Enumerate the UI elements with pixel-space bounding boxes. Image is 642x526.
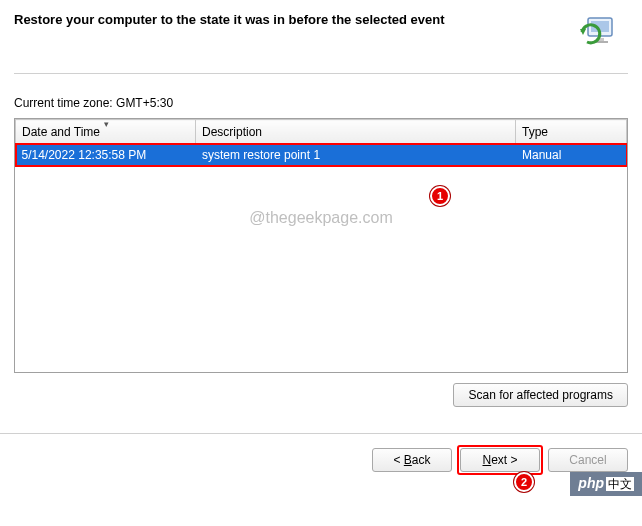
- svg-marker-4: [580, 29, 586, 35]
- next-button[interactable]: Next >: [460, 448, 540, 472]
- php-watermark-cn: 中文: [606, 477, 634, 491]
- table-row[interactable]: [16, 206, 627, 226]
- table-row[interactable]: [16, 266, 627, 286]
- wizard-header: Restore your computer to the state it wa…: [0, 0, 642, 65]
- annotation-badge-2: 2: [514, 472, 534, 492]
- php-watermark-php: php: [578, 475, 604, 491]
- scan-button-label: Scan for affected programs: [468, 388, 613, 402]
- column-header-date[interactable]: Date and Time ▾: [16, 120, 196, 144]
- back-button-label: < Back: [393, 453, 430, 467]
- table-row[interactable]: [16, 306, 627, 326]
- column-header-date-label: Date and Time: [22, 125, 100, 139]
- sort-indicator-icon: ▾: [104, 119, 109, 129]
- cancel-button-label: Cancel: [569, 453, 606, 467]
- next-button-label: Next >: [482, 453, 517, 467]
- table-row[interactable]: [16, 246, 627, 266]
- system-restore-icon: [578, 12, 622, 55]
- scan-affected-programs-button[interactable]: Scan for affected programs: [453, 383, 628, 407]
- cell-date: 5/14/2022 12:35:58 PM: [16, 144, 196, 167]
- timezone-label: Current time zone: GMT+5:30: [14, 96, 628, 110]
- table-row[interactable]: [16, 226, 627, 246]
- column-header-description-label: Description: [202, 125, 262, 139]
- cell-description: system restore point 1: [196, 144, 516, 167]
- table-row[interactable]: [16, 186, 627, 206]
- wizard-footer: < Back Next > Cancel: [0, 434, 642, 472]
- table-header-row: Date and Time ▾ Description Type: [16, 120, 627, 144]
- page-title: Restore your computer to the state it wa…: [14, 12, 445, 27]
- table-row[interactable]: 5/14/2022 12:35:58 PM system restore poi…: [16, 144, 627, 167]
- column-header-type[interactable]: Type: [516, 120, 627, 144]
- php-watermark: php中文: [570, 472, 642, 496]
- table-row[interactable]: [16, 166, 627, 186]
- column-header-description[interactable]: Description: [196, 120, 516, 144]
- back-button[interactable]: < Back: [372, 448, 452, 472]
- cell-type: Manual: [516, 144, 627, 167]
- table-row[interactable]: [16, 286, 627, 306]
- column-header-type-label: Type: [522, 125, 548, 139]
- cancel-button[interactable]: Cancel: [548, 448, 628, 472]
- table-row[interactable]: [16, 326, 627, 346]
- restore-points-table[interactable]: Date and Time ▾ Description Type 5/14/20…: [14, 118, 628, 373]
